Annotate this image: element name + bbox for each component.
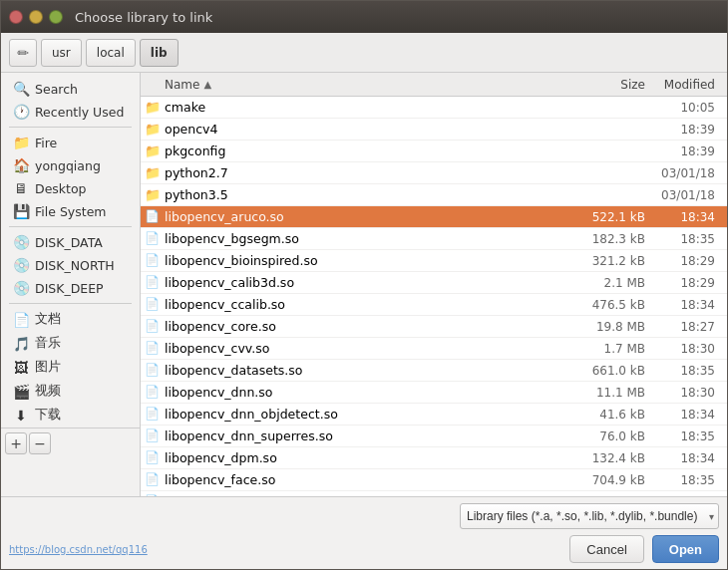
file-name: python2.7 <box>165 165 573 180</box>
file-icon: 📄 <box>145 363 161 379</box>
table-row[interactable]: 📄libopencv_datasets.so661.0 kB18:35 <box>141 360 727 382</box>
file-name: libopencv_cvv.so <box>165 341 573 356</box>
folder-icon: 📁 <box>145 100 161 116</box>
file-list[interactable]: 📁cmake10:05📁opencv418:39📁pkgconfig18:39📁… <box>141 97 727 496</box>
header-name[interactable]: Name ▲ <box>145 78 573 92</box>
sidebar-item-search[interactable]: 🔍 Search <box>5 78 136 100</box>
file-size: 704.9 kB <box>573 473 653 487</box>
table-row[interactable]: 📄libopencv_core.so19.8 MB18:27 <box>141 316 727 338</box>
close-button[interactable] <box>9 10 23 24</box>
filter-row: Library files (*.a, *.so, *.lib, *.dylib… <box>9 503 719 529</box>
sidebar-item-filesystem[interactable]: 💾 File System <box>5 200 136 222</box>
table-row[interactable]: 📄libopencv_dnn.so11.1 MB18:30 <box>141 382 727 404</box>
table-row[interactable]: 📄libopencv_calib3d.so2.1 MB18:29 <box>141 272 727 294</box>
toolbar-tab-local[interactable]: local <box>86 39 136 67</box>
sidebar-item-label: Recently Used <box>35 105 124 120</box>
sidebar-item-music[interactable]: 🎵 音乐 <box>5 332 136 355</box>
table-row[interactable]: 📁cmake10:05 <box>141 97 727 119</box>
sidebar-add-button[interactable]: + <box>5 432 27 454</box>
file-modified: 03/01/18 <box>653 166 723 180</box>
sidebar-separator-3 <box>9 303 132 304</box>
sidebar-item-label: Search <box>35 82 78 97</box>
maximize-button[interactable] <box>49 10 63 24</box>
table-row[interactable]: 📁opencv418:39 <box>141 119 727 141</box>
file-name: libopencv_dnn_objdetect.so <box>165 407 573 422</box>
table-row[interactable]: 📄libopencv_face.so704.9 kB18:35 <box>141 469 727 491</box>
pencil-button[interactable]: ✏ <box>9 39 37 67</box>
sidebar-item-pictures[interactable]: 🖼 图片 <box>5 356 136 379</box>
sidebar-item-disk-north[interactable]: 💿 DISK_NORTH <box>5 254 136 276</box>
table-row[interactable]: 📄libopencv_bgsegm.so182.3 kB18:35 <box>141 228 727 250</box>
file-modified: 03/01/18 <box>653 188 723 202</box>
table-row[interactable]: 📁python2.703/01/18 <box>141 162 727 184</box>
sidebar-item-label: yongqiang <box>35 158 101 173</box>
folder-icon: 📁 <box>145 122 161 138</box>
file-modified: 18:34 <box>653 210 723 224</box>
table-row[interactable]: 📄libopencv_aruco.so522.1 kB18:34 <box>141 206 727 228</box>
sidebar-item-videos[interactable]: 🎬 视频 <box>5 380 136 403</box>
file-name: libopencv_datasets.so <box>165 363 573 378</box>
table-row[interactable]: 📄libopencv_dpm.so132.4 kB18:34 <box>141 447 727 469</box>
home-icon: 🏠 <box>13 157 29 173</box>
sidebar-item-yongqiang[interactable]: 🏠 yongqiang <box>5 154 136 176</box>
sidebar-item-label: Desktop <box>35 181 87 196</box>
file-modified: 18:35 <box>653 232 723 246</box>
file-size: 41.6 kB <box>573 408 653 422</box>
table-row[interactable]: 📄libopencv_cvv.so1.7 MB18:30 <box>141 338 727 360</box>
sidebar: 🔍 Search 🕐 Recently Used 📁 Fire 🏠 yongqi… <box>1 73 141 496</box>
sidebar-item-disk-deep[interactable]: 💿 DISK_DEEP <box>5 277 136 299</box>
file-size: 182.3 kB <box>573 232 653 246</box>
sidebar-remove-button[interactable]: − <box>29 432 51 454</box>
file-name: libopencv_dnn.so <box>165 385 573 400</box>
search-icon: 🔍 <box>13 81 29 97</box>
file-name: libopencv_bgsegm.so <box>165 231 573 246</box>
cancel-button[interactable]: Cancel <box>569 535 643 563</box>
table-row[interactable]: 📁python3.503/01/18 <box>141 184 727 206</box>
sidebar-item-recently-used[interactable]: 🕐 Recently Used <box>5 101 136 123</box>
file-modified: 18:29 <box>653 276 723 290</box>
header-size[interactable]: Size <box>573 78 653 92</box>
file-name: libopencv_calib3d.so <box>165 275 573 290</box>
minimize-button[interactable] <box>29 10 43 24</box>
file-pane: Name ▲ Size Modified 📁cmake10:05📁opencv4… <box>141 73 727 496</box>
filter-select-wrapper: Library files (*.a, *.so, *.lib, *.dylib… <box>460 503 719 529</box>
file-name: libopencv_face.so <box>165 472 573 487</box>
header-modified[interactable]: Modified <box>653 78 723 92</box>
toolbar-tab-usr[interactable]: usr <box>41 39 82 67</box>
file-name: pkgconfig <box>165 143 573 158</box>
filter-select[interactable]: Library files (*.a, *.so, *.lib, *.dylib… <box>460 503 719 529</box>
documents-icon: 📄 <box>13 312 29 328</box>
desktop-icon: 🖥 <box>13 180 29 196</box>
sidebar-item-desktop[interactable]: 🖥 Desktop <box>5 177 136 199</box>
file-name: cmake <box>165 100 573 115</box>
file-modified: 18:35 <box>653 473 723 487</box>
table-row[interactable]: 📄libopencv_bioinspired.so321.2 kB18:29 <box>141 250 727 272</box>
file-name: opencv4 <box>165 122 573 137</box>
table-row[interactable]: 📄libopencv_dnn_superres.so76.0 kB18:35 <box>141 426 727 447</box>
sidebar-add-remove-bar: + − <box>1 428 140 458</box>
table-row[interactable]: 📁pkgconfig18:39 <box>141 141 727 162</box>
file-modified: 18:35 <box>653 364 723 378</box>
file-modified: 18:39 <box>653 123 723 137</box>
sidebar-item-documents[interactable]: 📄 文档 <box>5 308 136 331</box>
file-modified: 18:29 <box>653 254 723 268</box>
music-icon: 🎵 <box>13 336 29 352</box>
open-button[interactable]: Open <box>652 535 719 563</box>
disk-icon: 💿 <box>13 234 29 250</box>
sidebar-item-label: 音乐 <box>35 335 61 352</box>
table-row[interactable]: 📄libopencv_ccalib.so476.5 kB18:34 <box>141 294 727 316</box>
file-icon: 📄 <box>145 275 161 291</box>
file-icon: 📄 <box>145 385 161 401</box>
table-row[interactable]: 📄libopencv_dnn_objdetect.so41.6 kB18:34 <box>141 404 727 426</box>
file-size: 522.1 kB <box>573 210 653 224</box>
sidebar-item-disk-data[interactable]: 💿 DISK_DATA <box>5 231 136 253</box>
sidebar-item-fire[interactable]: 📁 Fire <box>5 132 136 153</box>
titlebar: Choose library to link <box>1 1 727 33</box>
sidebar-item-downloads[interactable]: ⬇ 下载 <box>5 404 136 427</box>
file-modified: 18:34 <box>653 451 723 465</box>
file-modified: 18:27 <box>653 320 723 334</box>
file-size: 76.0 kB <box>573 429 653 443</box>
sidebar-item-label: Fire <box>35 136 57 150</box>
file-icon: 📄 <box>145 297 161 313</box>
toolbar-tab-lib[interactable]: lib <box>140 39 179 67</box>
